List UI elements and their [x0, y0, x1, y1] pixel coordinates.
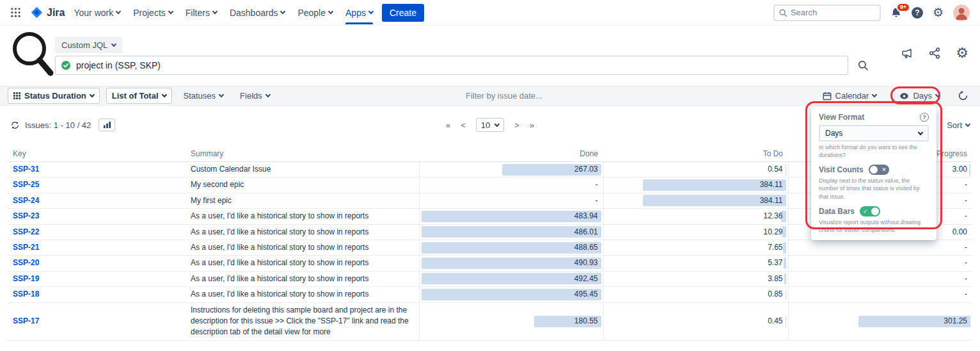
- fields-dropdown[interactable]: Fields: [235, 88, 275, 104]
- duration-value: -: [965, 274, 967, 283]
- jql-input[interactable]: [76, 60, 842, 70]
- issue-key-link[interactable]: SSP-22: [13, 227, 39, 236]
- issue-key-link[interactable]: SSP-20: [13, 258, 39, 267]
- done-cell: 488.65: [419, 240, 603, 255]
- pagination-next[interactable]: >: [514, 120, 519, 130]
- nav-item-label: Apps: [345, 8, 366, 18]
- issue-key-link[interactable]: SSP-25: [13, 180, 39, 189]
- duration-value: -: [965, 196, 967, 205]
- calendar-icon: [823, 92, 832, 101]
- statuses-dropdown[interactable]: Statuses: [178, 88, 229, 104]
- format-label: Days: [913, 91, 932, 101]
- done-cell: 483.94: [419, 209, 603, 224]
- help-icon[interactable]: ?: [912, 7, 923, 19]
- table-row: SSP-17Instructions for deleting this sam…: [8, 302, 972, 340]
- user-avatar[interactable]: [953, 4, 970, 21]
- share-icon[interactable]: [929, 47, 940, 59]
- notifications-bell-icon[interactable]: 9+: [890, 7, 902, 19]
- column-header-done[interactable]: Done: [419, 146, 603, 162]
- issue-summary: As a user, I'd like a historical story t…: [186, 271, 419, 286]
- issue-key-link[interactable]: SSP-23: [13, 211, 39, 220]
- pagination-first[interactable]: «: [446, 120, 450, 130]
- issue-summary: As a user, I'd like a historical story t…: [186, 209, 419, 224]
- global-search-input[interactable]: [791, 8, 876, 17]
- todo-cell: 3.85: [603, 271, 788, 286]
- eye-icon: [899, 92, 909, 100]
- data-bars-label: Data Bars: [819, 207, 855, 216]
- toolbar-right-group: Calendar Days: [818, 88, 972, 104]
- done-cell: -: [419, 193, 603, 208]
- key-cell: SSP-18: [8, 287, 186, 302]
- table-row: SSP-21As a user, I'd like a historical s…: [8, 240, 972, 255]
- view-format-dropdown[interactable]: Days: [894, 88, 945, 104]
- page-size-value: 10: [481, 120, 490, 130]
- nav-item-label: Projects: [133, 8, 166, 18]
- sort-dropdown[interactable]: Sort: [947, 120, 970, 130]
- create-button[interactable]: Create: [382, 4, 424, 22]
- settings-gear-icon[interactable]: ⚙: [933, 6, 944, 19]
- nav-right-group: 9+ ? ⚙: [773, 4, 970, 21]
- duration-value: 3.85: [768, 274, 782, 283]
- nav-item-projects[interactable]: Projects: [133, 8, 173, 18]
- global-search[interactable]: [773, 4, 881, 21]
- report-settings-gear-icon[interactable]: ⚙: [956, 46, 968, 60]
- chevron-down-icon: [935, 92, 940, 97]
- done-cell: 492.45: [419, 271, 603, 286]
- refresh-icon[interactable]: [10, 120, 20, 130]
- nav-item-filters[interactable]: Filters: [186, 8, 217, 18]
- data-bars-help-text: Visualize report outputs without drawing…: [819, 218, 929, 234]
- query-section: Custom JQL ⚙: [0, 26, 980, 86]
- chevron-down-icon: [219, 92, 224, 97]
- issue-key-link[interactable]: SSP-21: [13, 243, 39, 252]
- issue-summary: As a user, I'd like a historical story t…: [186, 256, 419, 271]
- key-cell: SSP-23: [8, 209, 186, 224]
- issue-key-link[interactable]: SSP-24: [13, 196, 39, 205]
- pagination-last[interactable]: »: [530, 120, 534, 130]
- data-bars-toggle[interactable]: ✓: [860, 206, 880, 216]
- view-type-dropdown[interactable]: List of Total: [106, 88, 172, 104]
- issue-summary: As a user, I'd like a historical story t…: [186, 240, 419, 255]
- calendar-dropdown[interactable]: Calendar: [818, 88, 882, 104]
- duration-value: -: [596, 196, 598, 205]
- column-header-summary[interactable]: Summary: [186, 146, 419, 162]
- page-size-select[interactable]: 10: [476, 118, 504, 132]
- key-cell: SSP-31: [8, 162, 186, 177]
- in-progress-cell: -: [788, 256, 972, 271]
- issue-date-filter[interactable]: Filter by issue date...: [466, 86, 542, 105]
- chevron-down-icon: [168, 9, 173, 14]
- nav-item-apps[interactable]: Apps: [345, 8, 373, 18]
- chevron-down-icon: [265, 92, 271, 97]
- done-cell: 495.45: [419, 287, 603, 302]
- jql-mode-dropdown[interactable]: Custom JQL: [55, 37, 122, 53]
- column-header-todo[interactable]: To Do: [603, 146, 788, 162]
- announcement-icon[interactable]: [901, 47, 913, 60]
- panel-help-icon[interactable]: ?: [920, 113, 929, 122]
- nav-item-your-work[interactable]: Your work: [74, 8, 120, 18]
- issue-key-link[interactable]: SSP-18: [13, 290, 39, 298]
- visit-counts-toggle[interactable]: ✕: [869, 165, 889, 175]
- issue-key-link[interactable]: SSP-17: [13, 316, 39, 325]
- run-search-icon[interactable]: [857, 60, 869, 71]
- duration-value: 0.85: [768, 290, 782, 298]
- toggle-state-icon: ✕: [881, 165, 887, 175]
- jira-logo[interactable]: Jira: [30, 6, 65, 19]
- chart-view-button[interactable]: [99, 118, 115, 131]
- nav-item-people[interactable]: People: [297, 8, 333, 18]
- duration-value: 486.01: [574, 227, 598, 236]
- report-type-dropdown[interactable]: Status Duration: [8, 88, 100, 104]
- column-header-key[interactable]: Key: [8, 146, 186, 162]
- pagination-prev[interactable]: <: [461, 120, 466, 130]
- todo-cell: 0.54: [603, 162, 788, 177]
- duration-value: 10.29: [763, 227, 782, 236]
- app-switcher-icon[interactable]: [10, 7, 21, 18]
- duration-value: 180.55: [574, 316, 598, 325]
- format-select[interactable]: Days: [819, 125, 929, 142]
- data-bars-row: Data Bars ✓: [819, 206, 929, 216]
- issue-key-link[interactable]: SSP-19: [13, 274, 39, 283]
- sync-arrow-icon[interactable]: [958, 90, 968, 101]
- issue-key-link[interactable]: SSP-31: [13, 165, 39, 174]
- table-row: SSP-18As a user, I'd like a historical s…: [8, 287, 972, 302]
- issue-summary: My second epic: [186, 177, 419, 193]
- search-icon: [778, 8, 787, 17]
- nav-item-dashboards[interactable]: Dashboards: [230, 8, 285, 18]
